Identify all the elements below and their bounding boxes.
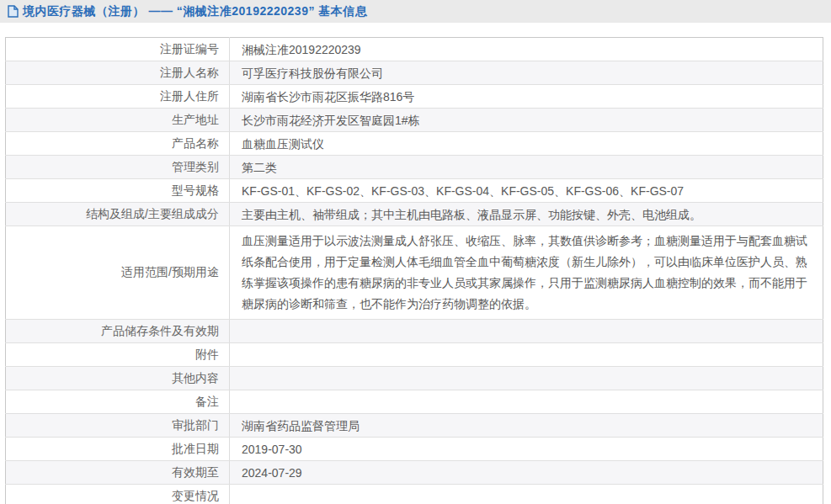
table-row-remarks: 备注: [6, 390, 823, 414]
table-row-approval-dept: 审批部门湖南省药品监督管理局: [6, 414, 823, 438]
row-value: 2024-07-29: [230, 461, 823, 485]
row-label: 审批部门: [6, 414, 230, 438]
row-label: 附件: [6, 343, 230, 367]
page-title: 境内医疗器械（注册） —— “湘械注准20192220239” 基本信息: [23, 4, 367, 19]
row-label: 型号规格: [6, 179, 230, 203]
row-value: [230, 485, 823, 504]
table-row-attachments: 附件: [6, 343, 823, 367]
row-label: 适用范围/预期用途: [6, 226, 230, 320]
row-label: 注册人名称: [6, 61, 230, 85]
table-row-registrant-address: 注册人住所湖南省长沙市雨花区振华路816号: [6, 85, 823, 109]
row-label: 管理类别: [6, 156, 230, 179]
document-icon: [8, 5, 19, 18]
table-row-other-content: 其他内容: [6, 367, 823, 390]
row-value: [230, 367, 823, 390]
table-row-change-status: 变更情况: [6, 485, 823, 504]
table-row-model-spec: 型号规格KF-GS-01、KF-GS-02、KF-GS-03、KF-GS-04、…: [6, 179, 823, 203]
row-label: 注册人住所: [6, 85, 230, 109]
row-value: 湖南省药品监督管理局: [230, 414, 823, 438]
table-row-management-class: 管理类别第二类: [6, 156, 823, 179]
row-value: 长沙市雨花经济开发区智庭园1#栋: [230, 109, 823, 132]
table-row-registrant-name: 注册人名称可孚医疗科技股份有限公司: [6, 61, 823, 85]
row-value: [230, 390, 823, 414]
row-label: 注册证编号: [6, 38, 230, 61]
row-value: 可孚医疗科技股份有限公司: [230, 61, 823, 85]
table-row-storage-validity: 产品储存条件及有效期: [6, 320, 823, 343]
row-value: [230, 320, 823, 343]
row-value: KF-GS-01、KF-GS-02、KF-GS-03、KF-GS-04、KF-G…: [230, 179, 823, 203]
row-value: 血糖血压测试仪: [230, 132, 823, 156]
table-row-intended-use: 适用范围/预期用途血压测量适用于以示波法测量成人舒张压、收缩压、脉率，其数值供诊…: [6, 226, 823, 320]
table-row-product-name: 产品名称血糖血压测试仪: [6, 132, 823, 156]
row-label: 生产地址: [6, 109, 230, 132]
page-header: 境内医疗器械（注册） —— “湘械注准20192220239” 基本信息: [0, 0, 831, 23]
row-label: 产品名称: [6, 132, 230, 156]
row-value: 湖南省长沙市雨花区振华路816号: [230, 85, 823, 109]
row-label: 结构及组成/主要组成成分: [6, 203, 230, 226]
registration-info-table: 注册证编号湘械注准20192220239 注册人名称可孚医疗科技股份有限公司 注…: [5, 37, 823, 504]
row-value: 湘械注准20192220239: [230, 38, 823, 61]
row-value: 2019-07-30: [230, 438, 823, 461]
row-value: 主要由主机、袖带组成；其中主机由电路板、液晶显示屏、功能按键、外壳、电池组成。: [230, 203, 823, 226]
row-label: 备注: [6, 390, 230, 414]
row-label: 产品储存条件及有效期: [6, 320, 230, 343]
row-value: 血压测量适用于以示波法测量成人舒张压、收缩压、脉率，其数值供诊断参考；血糖测量适…: [230, 226, 823, 320]
table-row-valid-until: 有效期至2024-07-29: [6, 461, 823, 485]
row-value: 第二类: [230, 156, 823, 179]
row-value: [230, 343, 823, 367]
table-row-reg-number: 注册证编号湘械注准20192220239: [6, 38, 823, 61]
row-label: 其他内容: [6, 367, 230, 390]
row-label: 变更情况: [6, 485, 230, 504]
row-label: 有效期至: [6, 461, 230, 485]
table-row-production-address: 生产地址长沙市雨花经济开发区智庭园1#栋: [6, 109, 823, 132]
row-label: 批准日期: [6, 438, 230, 461]
table-row-composition: 结构及组成/主要组成成分主要由主机、袖带组成；其中主机由电路板、液晶显示屏、功能…: [6, 203, 823, 226]
registration-info-section: 注册证编号湘械注准20192220239 注册人名称可孚医疗科技股份有限公司 注…: [5, 37, 824, 504]
table-row-approval-date: 批准日期2019-07-30: [6, 438, 823, 461]
